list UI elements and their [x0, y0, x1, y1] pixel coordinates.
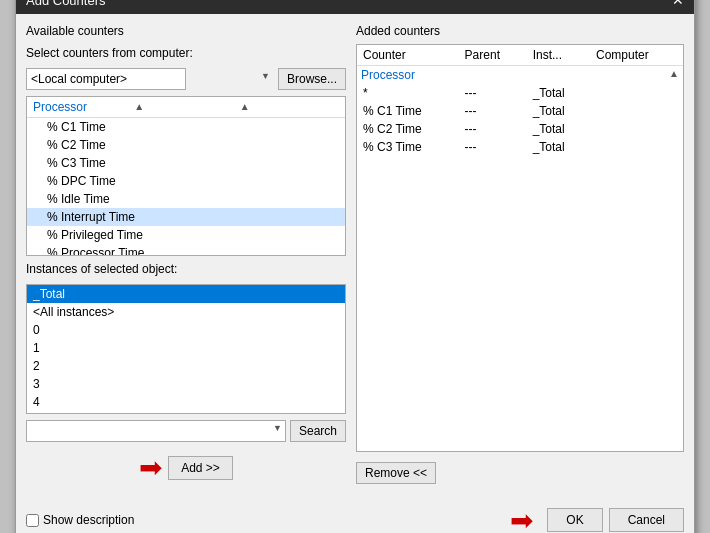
table-cell [590, 138, 683, 156]
table-cell: _Total [527, 102, 590, 120]
computer-select[interactable] [26, 68, 186, 90]
counter-item[interactable]: % Idle Time [27, 190, 345, 208]
table-row: Processor ▲ [357, 65, 683, 84]
table-cell: --- [459, 84, 527, 102]
table-cell: % C2 Time [357, 120, 459, 138]
collapse-icon[interactable]: ▲ [132, 101, 235, 112]
counter-item[interactable]: % C2 Time [27, 136, 345, 154]
computer-select-wrapper [26, 68, 274, 90]
col-counter: Counter [357, 45, 459, 66]
counter-item[interactable]: % Privileged Time [27, 226, 345, 244]
instance-item[interactable]: 1 [27, 339, 345, 357]
left-panel: Available counters Select counters from … [26, 24, 346, 488]
instance-item[interactable]: 5 [27, 411, 345, 414]
table-cell: * [357, 84, 459, 102]
instance-items-list: _Total<All instances>012345 [27, 285, 345, 414]
counter-item[interactable]: % Processor Time [27, 244, 345, 256]
col-computer: Computer [590, 45, 683, 66]
available-counters-label: Available counters [26, 24, 346, 38]
search-input[interactable] [26, 420, 286, 442]
search-button[interactable]: Search [290, 420, 346, 442]
table-cell: --- [459, 120, 527, 138]
instance-item[interactable]: 4 [27, 393, 345, 411]
table-header-row: Counter Parent Inst... Computer [357, 45, 683, 66]
search-row: Search [26, 420, 346, 442]
remove-row: Remove << [356, 458, 684, 488]
add-arrow-icon: ➡ [139, 454, 162, 482]
col-inst: Inst... [527, 45, 590, 66]
dialog-title: Add Counters [26, 0, 106, 8]
cancel-button[interactable]: Cancel [609, 508, 684, 532]
dialog-body: Available counters Select counters from … [16, 14, 694, 498]
counter-group-header: Processor ▲ ▲ [27, 97, 345, 118]
instances-label: Instances of selected object: [26, 262, 346, 276]
show-description-checkbox[interactable] [26, 514, 39, 527]
table-row: % C1 Time---_Total [357, 102, 683, 120]
counter-list-container: Processor ▲ ▲ % C1 Time% C2 Time% C3 Tim… [26, 96, 346, 256]
title-bar: Add Counters ✕ [16, 0, 694, 14]
table-row: *---_Total [357, 84, 683, 102]
instances-container: _Total<All instances>012345 [26, 284, 346, 414]
show-description-label: Show description [43, 513, 134, 527]
search-input-wrapper [26, 420, 286, 442]
computer-select-label: Select counters from computer: [26, 46, 346, 60]
instance-item[interactable]: <All instances> [27, 303, 345, 321]
table-cell: _Total [527, 120, 590, 138]
counter-group-label: Processor [33, 100, 132, 114]
right-panel: Added counters Counter Parent Inst... Co… [356, 24, 684, 488]
group-header-cell: Processor ▲ [357, 65, 683, 84]
table-cell [590, 120, 683, 138]
add-counters-dialog: Add Counters ✕ Available counters Select… [15, 0, 695, 533]
table-cell: _Total [527, 84, 590, 102]
added-table-container: Counter Parent Inst... Computer Processo… [356, 44, 684, 452]
table-cell [590, 84, 683, 102]
counter-items-list: % C1 Time% C2 Time% C3 Time% DPC Time% I… [27, 118, 345, 256]
table-cell: --- [459, 102, 527, 120]
show-description-row: Show description [26, 509, 134, 531]
instance-item[interactable]: 0 [27, 321, 345, 339]
ok-button[interactable]: OK [547, 508, 602, 532]
table-cell: _Total [527, 138, 590, 156]
ok-arrow-icon: ➡ [510, 504, 533, 534]
remove-button[interactable]: Remove << [356, 462, 436, 484]
instance-item[interactable]: _Total [27, 285, 345, 303]
table-cell [590, 102, 683, 120]
counter-item[interactable]: % C1 Time [27, 118, 345, 136]
counter-item[interactable]: % Interrupt Time [27, 208, 345, 226]
bottom-row: Show description ➡ OK Cancel [16, 498, 694, 534]
computer-row: Browse... [26, 68, 346, 90]
counter-item[interactable]: % DPC Time [27, 172, 345, 190]
add-button[interactable]: Add >> [168, 456, 233, 480]
added-table-body: Processor ▲*---_Total% C1 Time---_Total%… [357, 65, 683, 156]
instance-item[interactable]: 3 [27, 375, 345, 393]
table-row: % C2 Time---_Total [357, 120, 683, 138]
browse-button[interactable]: Browse... [278, 68, 346, 90]
added-counters-label: Added counters [356, 24, 684, 38]
table-cell: --- [459, 138, 527, 156]
table-cell: % C1 Time [357, 102, 459, 120]
counter-item[interactable]: % C3 Time [27, 154, 345, 172]
table-cell: % C3 Time [357, 138, 459, 156]
col-parent: Parent [459, 45, 527, 66]
table-row: % C3 Time---_Total [357, 138, 683, 156]
added-table: Counter Parent Inst... Computer Processo… [357, 45, 683, 156]
bottom-right: ➡ OK Cancel [510, 504, 684, 534]
instance-item[interactable]: 2 [27, 357, 345, 375]
close-button[interactable]: ✕ [672, 0, 684, 7]
add-row: ➡ Add >> [26, 448, 346, 488]
scroll-up-icon: ▲ [240, 101, 339, 112]
